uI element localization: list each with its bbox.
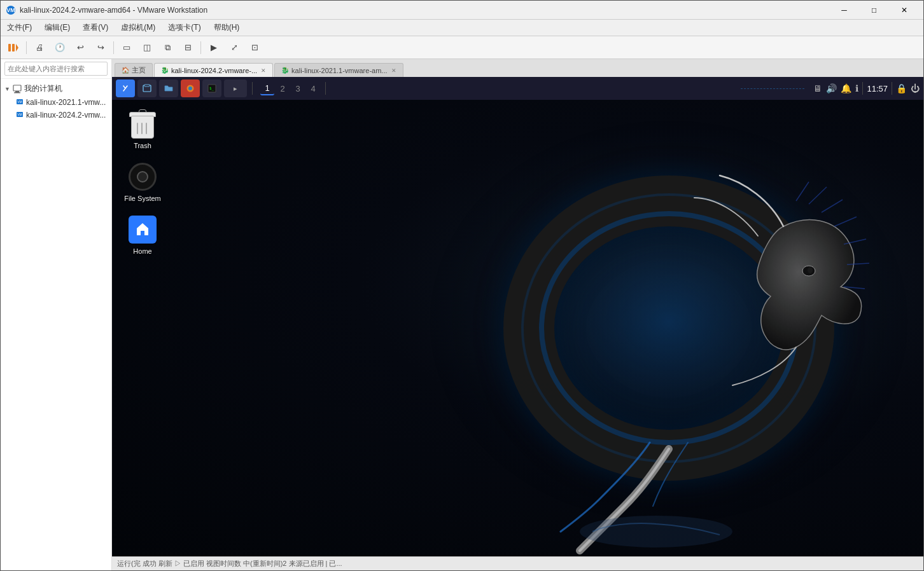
- toolbar-frame2-btn[interactable]: ◫: [138, 39, 156, 57]
- main-window: VM kali-linux-2024.2-vmware-amd64 - VMwa…: [0, 0, 924, 571]
- menu-edit[interactable]: 编辑(E): [38, 20, 76, 36]
- svg-rect-6: [15, 91, 19, 92]
- maximize-button[interactable]: □: [860, 1, 888, 20]
- tab-kali2024-close[interactable]: ✕: [261, 67, 266, 74]
- workspace-2[interactable]: 2: [276, 81, 290, 95]
- firefox-button[interactable]: [181, 79, 200, 97]
- firefox-icon: [186, 84, 195, 93]
- desktop-background: [112, 100, 923, 556]
- kali2024-tab-icon: 🐉: [161, 67, 169, 74]
- home-label: Home: [133, 247, 151, 256]
- vm-icon-1: VM: [16, 99, 24, 106]
- home-desktop-icon[interactable]: Home: [117, 212, 168, 258]
- svg-text:VM: VM: [17, 113, 22, 116]
- tray-dash: [862, 82, 863, 95]
- vm-icon-2: VM: [16, 111, 24, 119]
- toolbar-undo-btn[interactable]: ↩: [71, 39, 89, 57]
- tray-bell-icon[interactable]: 🔔: [841, 83, 851, 93]
- svg-text:$_: $_: [209, 86, 214, 91]
- fs-inner: [137, 171, 148, 182]
- trash-line-3: [146, 123, 147, 134]
- kali-logo-button[interactable]: [116, 79, 135, 97]
- tab-kali2021[interactable]: 🐉 kali-linux-2021.1-vmware-am... ✕: [274, 63, 403, 77]
- close-button[interactable]: ✕: [890, 1, 918, 20]
- sidebar-vm2[interactable]: VM kali-linux-2024.2-vmw...: [1, 109, 111, 121]
- toolbar-sep-1: [26, 41, 27, 54]
- toolbar-print-btn[interactable]: 🖨: [31, 39, 48, 57]
- toolbar-frame4-btn[interactable]: ⊟: [179, 39, 197, 57]
- workspace-3[interactable]: 3: [291, 81, 305, 95]
- filesystem-desktop-icon[interactable]: File System: [117, 159, 168, 205]
- svg-rect-14: [144, 85, 150, 86]
- menu-view[interactable]: 查看(V): [76, 20, 115, 36]
- tab-home-label: 主页: [132, 65, 146, 75]
- svg-text:VM: VM: [6, 7, 15, 13]
- toolbar: 🖨 🕐 ↩ ↪ ▭ ◫ ⧉ ⊟ ▶ ⤢ ⊡: [1, 36, 923, 59]
- svg-rect-5: [13, 85, 21, 91]
- toolbar-frame3-btn[interactable]: ⧉: [158, 39, 176, 57]
- tab-home[interactable]: 🏠 主页: [115, 63, 153, 77]
- menu-file[interactable]: 文件(F): [1, 20, 38, 36]
- sidebar-mycomputer[interactable]: ▼ 我的计算机: [1, 81, 111, 96]
- statusbar-text: 运行(完 成功 刷新 ▷ 已启用 视图时间数 中(重新时间)2 来源已启用 | …: [117, 559, 342, 568]
- trash-visual: [130, 109, 155, 139]
- svg-rect-2: [8, 44, 11, 52]
- trash-line-2: [141, 123, 143, 134]
- kali-tray: 🖥 🔊 🔔 ℹ 11:57 🔒 ⏻: [741, 82, 920, 95]
- tray-lock-icon[interactable]: 🔒: [896, 83, 907, 93]
- kali2021-tab-icon: 🐉: [281, 67, 289, 74]
- tab-kali2024[interactable]: 🐉 kali-linux-2024.2-vmware-... ✕: [154, 63, 273, 77]
- svg-rect-3: [12, 44, 15, 52]
- menu-help[interactable]: 帮助(H): [207, 20, 246, 36]
- content-tabbar: 🏠 主页 🐉 kali-linux-2024.2-vmware-... ✕ 🐉 …: [112, 59, 923, 77]
- titlebar: VM kali-linux-2024.2-vmware-amd64 - VMwa…: [1, 1, 923, 20]
- search-input[interactable]: [4, 62, 108, 76]
- kali-desktop[interactable]: Trash File System: [112, 100, 923, 556]
- pause-icon: [8, 43, 19, 52]
- svg-point-16: [188, 86, 192, 90]
- folder-icon: [164, 84, 173, 93]
- terminal2-button[interactable]: $_: [202, 79, 221, 97]
- kali-taskbar: $_ ▸ 1 2 3 4: [112, 77, 923, 100]
- tab-kali2021-close[interactable]: ✕: [391, 67, 396, 74]
- trash-lines: [137, 123, 147, 134]
- expand-arrow: ▼: [4, 86, 10, 92]
- filesystem-label: File System: [124, 195, 160, 203]
- tray-monitor-icon[interactable]: 🖥: [813, 83, 822, 93]
- tray-dash2: [892, 82, 892, 95]
- terminal3-button[interactable]: ▸: [224, 79, 247, 97]
- tab-kali2021-label: kali-linux-2021.1-vmware-am...: [291, 67, 387, 74]
- tray-speaker-icon[interactable]: 🔊: [826, 83, 837, 93]
- menu-tabs[interactable]: 选项卡(T): [162, 20, 207, 36]
- tray-info-icon[interactable]: ℹ: [855, 83, 858, 93]
- home-visual: [129, 216, 157, 244]
- trash-icon-image: [127, 109, 158, 139]
- sidebar-vm2-label: kali-linux-2024.2-vmw...: [26, 111, 106, 120]
- vm-viewport[interactable]: $_ ▸ 1 2 3 4: [112, 77, 923, 570]
- toolbar-expand2-btn[interactable]: ⊡: [246, 39, 263, 57]
- tray-power-icon[interactable]: ⏻: [911, 83, 920, 93]
- toolbar-clock-btn[interactable]: 🕐: [51, 39, 69, 57]
- toolbar-redo-btn[interactable]: ↪: [92, 39, 109, 57]
- window-controls: ─ □ ✕: [830, 1, 918, 20]
- sidebar-tree: ▼ 我的计算机 VM kali-linux-2021.1-vmw...: [1, 79, 111, 124]
- toolbar-frame1-btn[interactable]: ▭: [118, 39, 136, 57]
- minimize-button[interactable]: ─: [830, 1, 858, 20]
- tray-time: 11:57: [867, 84, 888, 93]
- workspace-1[interactable]: 1: [260, 81, 274, 95]
- trash-label: Trash: [134, 142, 151, 150]
- toolbar-play-btn[interactable]: ▶: [205, 39, 223, 57]
- toolbar-expand-btn[interactable]: ⤢: [225, 39, 243, 57]
- filemanager-button[interactable]: [159, 79, 178, 97]
- home-icon-image: [127, 214, 158, 245]
- svg-text:VM: VM: [17, 100, 22, 104]
- trash-desktop-icon[interactable]: Trash: [117, 106, 168, 153]
- sidebar-vm1[interactable]: VM kali-linux-2021.1-vmw...: [1, 96, 111, 109]
- workspace-4[interactable]: 4: [306, 81, 320, 95]
- pause-button[interactable]: [4, 39, 22, 57]
- ws-separator: [252, 82, 253, 95]
- window-title: kali-linux-2024.2-vmware-amd64 - VMware …: [20, 6, 826, 15]
- sidebar-vm1-label: kali-linux-2021.1-vmw...: [26, 98, 106, 107]
- terminal-button[interactable]: [137, 79, 157, 97]
- menu-vm[interactable]: 虚拟机(M): [115, 20, 162, 36]
